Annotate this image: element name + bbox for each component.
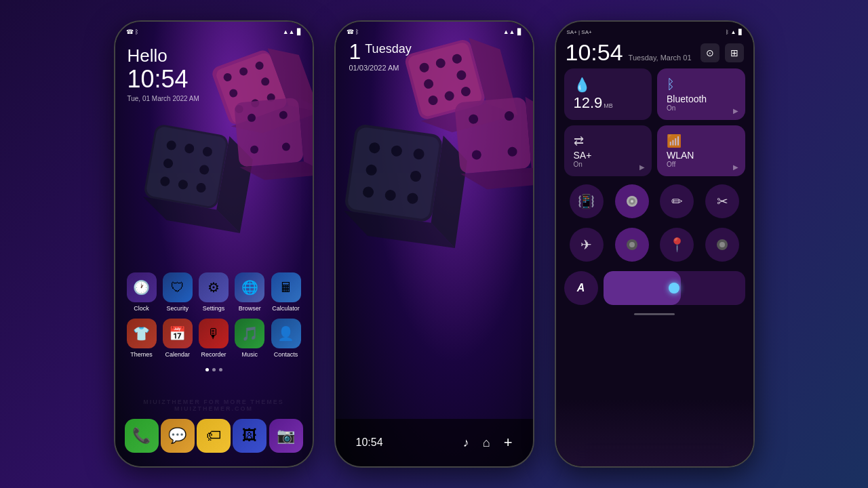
cc-signal-icon: ▲ (731, 29, 736, 35)
cc-layout-icon[interactable]: ⊞ (725, 43, 744, 62)
app-contacts[interactable]: 👤 Contacts (269, 319, 303, 358)
cc-auto-btn[interactable]: A (564, 271, 598, 305)
svg-point-66 (629, 242, 635, 247)
dock-tags[interactable]: 🏷 (197, 419, 231, 453)
browser-app-icon: 🌐 (235, 272, 264, 302)
home-nav-icon[interactable]: ⌂ (483, 436, 490, 450)
contacts-app-icon: 👤 (271, 319, 301, 348)
cc-status-left: SA+ | SA+ (567, 29, 592, 35)
cc-focus-btn[interactable] (615, 228, 649, 262)
phone-controlcenter: SA+ | SA+ ᛒ ▲ ▊ 10:54 Tuesday, March 01 … (555, 20, 755, 468)
wlan-tile-label: WLAN (667, 150, 736, 161)
browser-app-label: Browser (239, 305, 261, 312)
dock-camera[interactable]: 📷 (269, 419, 303, 453)
dock-row: 📞 💬 🏷 🖼 📷 (122, 419, 306, 453)
water-unit: MB (604, 102, 613, 109)
music-nav-icon[interactable]: ♪ (463, 436, 469, 450)
recorder-app-icon: 🎙 (199, 319, 229, 348)
dock-gallery[interactable]: 🖼 (233, 419, 267, 453)
cc-vibrate-btn[interactable]: 📳 (570, 184, 604, 218)
phone-lockscreen: ☎ ᛒ ▲▲ ▊ 1 Tuesday 01/03/2022 AM 10:54 ♪… (334, 20, 534, 468)
sa-tile-label: SA+ (574, 150, 643, 161)
app-settings[interactable]: ⚙ Settings (197, 272, 231, 312)
app-clock[interactable]: 🕐 Clock (125, 272, 159, 312)
cc-time-display: 10:54 Tuesday, March 01 (566, 39, 692, 66)
calculator-app-label: Calculator (272, 305, 300, 312)
cc-bt-icon: ᛒ (726, 29, 729, 35)
cc-record-btn[interactable] (705, 228, 739, 262)
home-date-text: Tue, 01 March 2022 AM (127, 95, 199, 102)
dot-2 (212, 368, 216, 371)
cc-status-right: ᛒ ▲ ▊ (726, 29, 743, 35)
add-nav-icon[interactable]: + (504, 434, 513, 451)
cc-brightness-dot (669, 283, 679, 293)
themes-app-label: Themes (130, 351, 153, 358)
app-music[interactable]: 🎵 Music (233, 319, 267, 358)
cc-status-bar: SA+ | SA+ ᛒ ▲ ▊ (556, 22, 753, 38)
svg-point-64 (631, 200, 633, 203)
bt-tile-arrow: ▶ (733, 107, 738, 115)
app-grid: 🕐 Clock 🛡 Security ⚙ Settings 🌐 Browser … (115, 272, 313, 365)
cc-water-tile[interactable]: 💧 12.9 MB (564, 68, 652, 120)
dot-1 (205, 368, 209, 371)
cc-time-block: 10:54 Tuesday, March 01 (566, 39, 692, 66)
settings-app-label: Settings (203, 305, 225, 312)
clock-app-icon: 🕐 (127, 272, 157, 302)
water-value: 12.9 (574, 94, 603, 112)
app-calendar[interactable]: 📅 Calendar (161, 319, 195, 358)
lock-status-left: ☎ ᛒ (347, 28, 359, 35)
bt-tile-label: Bluetooth (667, 94, 736, 104)
lock-status-right: ▲▲ ▊ (503, 28, 522, 35)
cc-wlan-tile[interactable]: 📶 WLAN Off ▶ (657, 125, 745, 176)
music-app-label: Music (241, 351, 258, 358)
svg-rect-44 (347, 127, 440, 220)
dock-phone[interactable]: 📞 (125, 419, 159, 453)
lock-header: 1 Tuesday 01/03/2022 AM (349, 41, 412, 72)
cc-airplane-btn[interactable]: ✈ (570, 228, 604, 262)
app-security[interactable]: 🛡 Security (161, 272, 195, 312)
svg-rect-55 (454, 97, 532, 174)
app-recorder[interactable]: 🎙 Recorder (197, 319, 231, 358)
lock-signal-icon: ▲▲ (503, 28, 515, 35)
dock: 📞 💬 🏷 🖼 📷 (115, 419, 313, 453)
cc-time-text: 10:54 (566, 39, 623, 66)
phone-homescreen: ☎ ᛒ ▲▲ ▊ Hello 10:54 Tue, 01 March 2022 … (114, 20, 314, 468)
wlan-tile-sub: Off (667, 161, 736, 168)
wlan-tile-arrow: ▶ (733, 163, 738, 171)
cc-bluetooth-tile[interactable]: ᛒ Bluetooth On ▶ (657, 68, 745, 120)
app-row-2: 👕 Themes 📅 Calendar 🎙 Recorder 🎵 Music 👤… (125, 319, 303, 358)
home-hello-text: Hello (127, 46, 199, 66)
status-right-icons: ▲▲ ▊ (283, 28, 302, 35)
cc-date-text: Tuesday, March 01 (629, 54, 692, 62)
app-browser[interactable]: 🌐 Browser (233, 272, 267, 312)
bt-tile-icon: ᛒ (667, 77, 736, 92)
cc-location-btn[interactable]: 📍 (660, 228, 694, 262)
lock-day-num: 1 Tuesday (349, 41, 412, 62)
sa-tile-arrow: ▶ (639, 163, 645, 171)
contacts-app-label: Contacts (274, 351, 298, 358)
cc-bottom-blur (556, 399, 753, 466)
calculator-app-icon: 🖩 (271, 272, 301, 302)
cc-tiles-row1: 💧 12.9 MB ᛒ Bluetooth On ▶ (556, 68, 753, 120)
cc-settings-icon[interactable]: ⊙ (701, 43, 719, 62)
themes-app-icon: 👕 (127, 319, 157, 348)
cc-brightness-bar[interactable] (604, 271, 745, 305)
lock-wallpaper (336, 22, 533, 466)
cc-dnd-btn[interactable] (615, 184, 649, 218)
dock-messages[interactable]: 💬 (161, 419, 195, 453)
home-time-text: 10:54 (127, 66, 199, 93)
cc-scissors-btn[interactable]: ✂ (705, 184, 739, 218)
sa-tile-sub: On (574, 161, 643, 168)
cc-pencil-btn[interactable]: ✏ (660, 184, 694, 218)
water-tile-icon: 💧 (574, 77, 643, 93)
app-calculator[interactable]: 🖩 Calculator (269, 272, 303, 312)
calendar-app-label: Calendar (165, 351, 190, 358)
battery-icon: ▊ (297, 28, 302, 35)
lock-battery-icon: ▊ (517, 28, 522, 35)
signal-icon: ▲▲ (283, 28, 295, 35)
cc-content: SA+ | SA+ ᛒ ▲ ▊ 10:54 Tuesday, March 01 … (556, 22, 753, 466)
app-themes[interactable]: 👕 Themes (125, 319, 159, 358)
bt-tile-sub: On (667, 104, 736, 112)
cc-sa-tile[interactable]: ⇄ SA+ On ▶ (564, 125, 652, 176)
svg-point-68 (719, 242, 725, 247)
